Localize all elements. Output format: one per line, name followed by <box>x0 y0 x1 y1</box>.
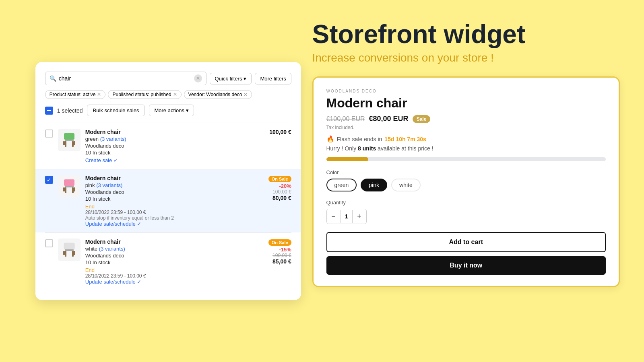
units-row: Hurry ! Only 8 units available at this p… <box>326 145 606 152</box>
update-sale-link-white[interactable]: Update sale/schedule ✓ <box>85 279 264 285</box>
product-stock-green: 10 In stock <box>85 150 265 156</box>
more-actions-button[interactable]: More actions ▾ <box>149 105 194 116</box>
progress-bar-fill <box>326 157 368 161</box>
quick-filters-label: Quick filters <box>215 76 242 82</box>
flash-sale-label: Flash sale ends in <box>337 136 382 142</box>
brand-name: WOODLANDS DECO <box>326 89 606 93</box>
create-sale-link-green[interactable]: Create sale ✓ <box>85 157 265 163</box>
filter-tag-vendor[interactable]: Vendor: Woodlands deco ✕ <box>184 90 252 99</box>
bulk-schedule-label: Bulk schedule sales <box>93 107 139 113</box>
admin-section: 🔍 ✕ Quick filters ▾ More filters Product… <box>24 16 312 346</box>
product-row-pink: Modern chair pink (3 variants) Woodlands… <box>35 169 301 232</box>
price-sale-white: 85,00 € <box>268 258 291 265</box>
remove-filter-vendor-icon[interactable]: ✕ <box>244 92 248 97</box>
flash-sale-row: 🔥 Flash sale ends in 15d 10h 7m 30s <box>326 135 606 143</box>
filter-tag-published[interactable]: Published status: published ✕ <box>108 90 181 99</box>
product-image-green <box>58 129 80 151</box>
quick-filters-button[interactable]: Quick filters ▾ <box>210 73 252 84</box>
product-vendor-green: Woodlands deco <box>85 143 265 149</box>
product-name-pink: Modern chair <box>85 175 264 181</box>
discount-pct-white: -15% <box>268 247 291 253</box>
color-label: Color <box>326 169 606 175</box>
product-variants-pink: pink (3 variants) <box>85 182 264 188</box>
svg-rect-9 <box>72 187 74 193</box>
more-filters-button[interactable]: More filters <box>255 73 291 84</box>
product-row-white: Modern chair white (3 variants) Woodland… <box>45 232 291 290</box>
svg-rect-8 <box>65 187 66 193</box>
svg-rect-13 <box>65 249 74 251</box>
sale-end-date-white: 28/10/2022 23:59 - 100,00 € <box>85 273 264 279</box>
more-actions-label: More actions <box>154 107 184 113</box>
units-text-post: available at this price ! <box>378 145 433 152</box>
quantity-increase-button[interactable]: + <box>353 209 366 224</box>
svg-rect-14 <box>65 251 66 257</box>
product-stock-pink: 10 In stock <box>85 196 264 202</box>
product-checkbox-white[interactable] <box>45 239 53 247</box>
color-section: Color green pink white <box>326 169 606 191</box>
search-input-wrapper[interactable]: 🔍 ✕ <box>45 72 206 85</box>
on-sale-badge-pink: On Sale <box>268 176 291 182</box>
product-price-green: 100,00 € <box>269 129 291 135</box>
search-icon: 🔍 <box>50 75 56 82</box>
price-row: €100,00 EUR €80,00 EUR Sale <box>326 115 606 123</box>
filter-tag-vendor-label: Vendor: Woodlands deco <box>188 92 242 97</box>
admin-panel: 🔍 ✕ Quick filters ▾ More filters Product… <box>35 62 301 300</box>
fire-icon: 🔥 <box>326 135 334 143</box>
product-price-white: On Sale -15% 100,00 € 85,00 € <box>268 239 291 265</box>
svg-rect-17 <box>74 251 75 255</box>
select-all-checkbox[interactable] <box>45 107 53 115</box>
svg-rect-5 <box>74 141 75 145</box>
tax-note: Tax included. <box>326 125 606 130</box>
units-count: 8 units <box>358 145 376 152</box>
search-input[interactable] <box>59 75 192 82</box>
more-filters-label: More filters <box>260 76 286 82</box>
color-btn-pink[interactable]: pink <box>361 179 387 191</box>
product-checkbox-pink[interactable] <box>45 176 53 184</box>
discount-pct-pink: -20% <box>268 183 291 189</box>
product-stock-white: 10 In stock <box>85 259 264 265</box>
selected-count-label: 1 selected <box>57 107 83 114</box>
clear-search-icon[interactable]: ✕ <box>194 74 202 82</box>
color-btn-green[interactable]: green <box>326 179 357 191</box>
flash-countdown: 15d 10h 7m 30s <box>384 136 426 142</box>
sale-auto-stop-pink: Auto stop if inventory equal or less tha… <box>85 215 264 221</box>
product-info-green: Modern chair green (3 variants) Woodland… <box>85 129 265 163</box>
product-image-pink <box>58 175 80 197</box>
quantity-decrease-button[interactable]: − <box>327 209 341 224</box>
buy-now-button[interactable]: Buy it now <box>326 256 606 275</box>
on-sale-badge-white: On Sale <box>268 239 291 246</box>
remove-filter-published-icon[interactable]: ✕ <box>173 92 177 97</box>
svg-rect-11 <box>74 187 75 191</box>
product-info-white: Modern chair white (3 variants) Woodland… <box>85 239 264 285</box>
filter-tag-status[interactable]: Product status: active ✕ <box>45 90 106 99</box>
color-options: green pink white <box>326 179 606 191</box>
sale-end-label-pink: End <box>85 204 264 210</box>
progress-bar-container <box>326 157 606 161</box>
quantity-label: Quantity <box>326 200 606 206</box>
price-sale-pink: 80,00 € <box>268 195 291 201</box>
quantity-section: Quantity − 1 + <box>326 200 606 224</box>
add-to-cart-button[interactable]: Add to cart <box>326 232 606 252</box>
bulk-schedule-button[interactable]: Bulk schedule sales <box>87 105 145 116</box>
update-sale-link-pink[interactable]: Update sale/schedule ✓ <box>85 221 264 227</box>
product-vendor-pink: Woodlands deco <box>85 189 264 195</box>
svg-rect-4 <box>63 141 65 145</box>
product-checkbox-green[interactable] <box>45 130 53 138</box>
product-variants-green: green (3 variants) <box>85 136 265 142</box>
color-btn-white[interactable]: white <box>391 179 421 191</box>
price-old: €100,00 EUR <box>326 115 365 123</box>
chevron-down-icon-actions: ▾ <box>186 107 189 113</box>
product-name-green: Modern chair <box>85 129 265 135</box>
quantity-control: − 1 + <box>326 209 367 224</box>
variants-link-pink[interactable]: (3 variants) <box>96 182 122 188</box>
price-new: €80,00 EUR <box>369 115 409 123</box>
sale-badge-widget: Sale <box>413 115 431 123</box>
variants-link-white[interactable]: (3 variants) <box>99 246 125 252</box>
svg-rect-7 <box>65 186 74 187</box>
variants-link-green[interactable]: (3 variants) <box>100 136 126 142</box>
widget-product-title: Modern chair <box>326 96 606 111</box>
svg-rect-3 <box>72 141 74 147</box>
bulk-actions-bar: 1 selected Bulk schedule sales More acti… <box>45 105 291 116</box>
remove-filter-status-icon[interactable]: ✕ <box>97 92 101 97</box>
filter-tag-status-label: Product status: active <box>50 92 96 97</box>
